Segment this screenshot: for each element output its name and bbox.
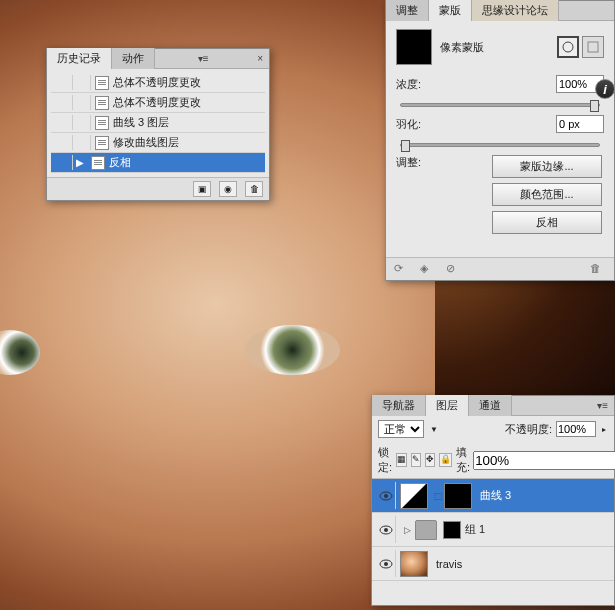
feather-slider[interactable] <box>400 143 600 147</box>
info-icon[interactable]: i <box>595 79 615 99</box>
history-item-label: 总体不透明度更改 <box>113 75 201 90</box>
tab-navigator[interactable]: 导航器 <box>372 395 426 416</box>
history-current-icon: ▶ <box>73 157 87 168</box>
tab-channels[interactable]: 通道 <box>469 395 512 416</box>
mask-footer: ⟳ ◈ ⊘ 🗑 <box>386 257 614 280</box>
mask-type-label: 像素蒙版 <box>440 40 484 55</box>
history-step-icon <box>95 96 109 110</box>
density-slider[interactable] <box>400 103 600 107</box>
lock-label: 锁定: <box>378 445 392 475</box>
color-range-button[interactable]: 颜色范围... <box>492 183 602 206</box>
expand-icon[interactable]: ▷ <box>400 525 415 535</box>
visibility-toggle[interactable] <box>376 516 396 543</box>
eye-icon <box>379 525 393 535</box>
adjust-label: 调整: <box>396 155 436 170</box>
svg-point-7 <box>384 562 388 566</box>
svg-point-0 <box>563 42 573 52</box>
tab-masks[interactable]: 蒙版 <box>429 0 472 21</box>
history-step-icon <box>95 116 109 130</box>
visibility-toggle[interactable] <box>376 482 396 509</box>
history-list: 总体不透明度更改 总体不透明度更改 曲线 3 图层 修改曲线图层 ▶ 反相 <box>47 69 269 177</box>
mask-tabs: 调整 蒙版 思缘设计论坛 <box>386 1 614 21</box>
feather-input[interactable] <box>556 115 604 133</box>
history-item[interactable]: 总体不透明度更改 <box>51 93 265 113</box>
eye-icon <box>379 559 393 569</box>
tab-history[interactable]: 历史记录 <box>47 48 112 69</box>
chevron-right-icon[interactable]: ▸ <box>600 425 608 434</box>
tab-actions[interactable]: 动作 <box>112 48 155 69</box>
slider-thumb-icon[interactable] <box>401 140 410 152</box>
panel-menu-icon[interactable]: ▾≡ <box>192 53 215 64</box>
layers-tabs: 导航器 图层 通道 ▾≡ <box>372 396 614 416</box>
visibility-toggle[interactable] <box>376 550 396 577</box>
tab-forum[interactable]: 思缘设计论坛 <box>472 0 559 21</box>
history-step-icon <box>95 76 109 90</box>
mask-view-icon[interactable]: ◈ <box>420 262 436 276</box>
lock-row: 锁定: ▦ ✎ ✥ 🔒 填充: ▸ <box>372 442 614 479</box>
history-item-label: 曲线 3 图层 <box>113 115 169 130</box>
mask-thumb[interactable] <box>444 483 472 509</box>
mask-body: 像素蒙版 浓度: 羽化: 调整: <box>386 21 614 257</box>
lock-transparent-icon[interactable]: ▦ <box>396 453 407 467</box>
loading-icon: ⟳ <box>394 262 410 276</box>
layer-item-image[interactable]: travis <box>372 547 614 581</box>
history-snapshot-icon[interactable]: ▣ <box>193 181 211 197</box>
history-item[interactable]: 总体不透明度更改 <box>51 73 265 93</box>
layers-panel: 导航器 图层 通道 ▾≡ 正常 ▼ 不透明度: ▸ 锁定: ▦ ✎ ✥ 🔒 填充… <box>371 395 615 606</box>
history-item-label: 总体不透明度更改 <box>113 95 201 110</box>
history-footer: ▣ ◉ 🗑 <box>47 177 269 200</box>
blend-mode-select[interactable]: 正常 <box>378 420 424 438</box>
layers-controls: 正常 ▼ 不透明度: ▸ <box>372 416 614 442</box>
history-new-icon[interactable]: ◉ <box>219 181 237 197</box>
group-mask-thumb[interactable] <box>443 521 461 539</box>
folder-icon <box>415 520 437 540</box>
panel-close-icon[interactable]: × <box>251 53 269 64</box>
tab-layers[interactable]: 图层 <box>426 395 469 416</box>
panel-menu-icon[interactable]: ▾≡ <box>591 400 614 411</box>
history-step-icon <box>91 156 105 170</box>
svg-point-5 <box>384 528 388 532</box>
history-item[interactable]: ▶ 反相 <box>51 153 265 173</box>
pixel-mask-button[interactable] <box>557 36 579 58</box>
history-panel: 历史记录 动作 ▾≡ × 总体不透明度更改 总体不透明度更改 曲线 3 图层 修… <box>46 48 270 201</box>
history-item-label: 修改曲线图层 <box>113 135 179 150</box>
history-item[interactable]: 修改曲线图层 <box>51 133 265 153</box>
density-label: 浓度: <box>396 77 436 92</box>
mask-edge-button[interactable]: 蒙版边缘... <box>492 155 602 178</box>
lock-move-icon[interactable]: ✥ <box>425 453 435 467</box>
layer-name[interactable]: 组 1 <box>465 522 485 537</box>
fill-input[interactable] <box>473 451 615 470</box>
history-step-icon <box>95 136 109 150</box>
slider-thumb-icon[interactable] <box>590 100 599 112</box>
lock-paint-icon[interactable]: ✎ <box>411 453 421 467</box>
mask-panel: 调整 蒙版 思缘设计论坛 像素蒙版 浓度: 羽化: <box>385 0 615 281</box>
layer-name[interactable]: travis <box>436 558 462 570</box>
history-item[interactable]: 曲线 3 图层 <box>51 113 265 133</box>
layer-item-curves[interactable]: ⬚ 曲线 3 <box>372 479 614 513</box>
mask-preview[interactable] <box>396 29 432 65</box>
adjustment-thumb[interactable] <box>400 483 428 509</box>
layer-name[interactable]: 曲线 3 <box>480 488 511 503</box>
history-tabs: 历史记录 动作 ▾≡ × <box>47 49 269 69</box>
chevron-down-icon: ▼ <box>428 425 440 434</box>
tab-adjustments[interactable]: 调整 <box>386 0 429 21</box>
svg-point-3 <box>384 494 388 498</box>
link-icon[interactable]: ⬚ <box>432 491 444 501</box>
layer-item-group[interactable]: ▷ 组 1 <box>372 513 614 547</box>
vector-mask-button[interactable] <box>582 36 604 58</box>
lock-all-icon[interactable]: 🔒 <box>439 453 452 467</box>
trash-icon[interactable]: 🗑 <box>245 181 263 197</box>
trash-icon[interactable]: 🗑 <box>590 262 606 276</box>
opacity-label: 不透明度: <box>505 422 552 437</box>
fill-label: 填充: <box>456 445 470 475</box>
invert-button[interactable]: 反相 <box>492 211 602 234</box>
eye-icon <box>379 491 393 501</box>
layer-thumb[interactable] <box>400 551 428 577</box>
feather-label: 羽化: <box>396 117 436 132</box>
history-item-label: 反相 <box>109 155 131 170</box>
mask-disable-icon[interactable]: ⊘ <box>446 262 462 276</box>
canvas-eye-right <box>245 325 340 375</box>
opacity-input[interactable] <box>556 421 596 437</box>
svg-rect-1 <box>588 42 598 52</box>
